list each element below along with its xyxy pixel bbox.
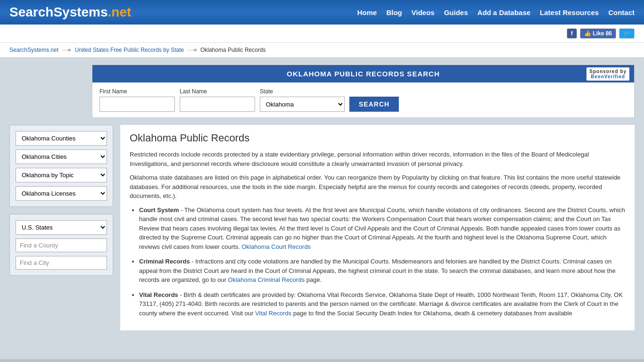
main-nav: Home Blog Videos Guides Add a Database L… <box>357 8 635 16</box>
search-header: OKLAHOMA PUBLIC RECORDS SEARCH Sponsored… <box>92 65 634 82</box>
oklahoma-criminal-records-link[interactable]: Oklahoma Criminal Records <box>228 276 305 283</box>
last-name-input[interactable] <box>180 97 255 112</box>
oklahoma-cities-select[interactable]: Oklahoma Cities Oklahoma City Tulsa Norm… <box>16 149 107 164</box>
page-title: Oklahoma Public Records <box>130 132 625 144</box>
breadcrumb-states[interactable]: United States Free Public Records by Sta… <box>75 47 184 53</box>
facebook-button[interactable]: f <box>567 28 577 39</box>
breadcrumb-sep2: ···➔ <box>188 47 198 53</box>
vital-records-text-after: page to find the Social Security Death I… <box>293 310 572 317</box>
social-bar: f 👍 Like 86 🐦 <box>0 25 644 43</box>
first-name-group: First Name <box>99 88 175 112</box>
intro-paragraph-2: Oklahoma state databases are listed on t… <box>130 173 625 201</box>
state-select[interactable]: Oklahoma Alabama Alaska <box>260 97 345 112</box>
main-wrapper: OKLAHOMA PUBLIC RECORDS SEARCH Sponsored… <box>0 58 644 359</box>
nav-contact[interactable]: Contact <box>608 8 635 16</box>
state-group: State Oklahoma Alabama Alaska <box>260 88 345 112</box>
intro-paragraph-1: Restricted records include records prote… <box>130 150 625 168</box>
logo[interactable]: SearchSystems.net <box>9 5 131 20</box>
sponsored-brand: BeenVerified <box>589 74 627 79</box>
oklahoma-counties-select[interactable]: Oklahoma Counties Adair Alfalfa Atoka <box>16 131 107 146</box>
us-states-select[interactable]: U.S. States Alabama Alaska Arizona <box>16 220 107 235</box>
records-list: Court System - The Oklahoma court system… <box>139 206 625 318</box>
last-name-label: Last Name <box>180 88 255 95</box>
nav-add-database[interactable]: Add a Database <box>478 8 531 16</box>
sidebar-us-section: U.S. States Alabama Alaska Arizona <box>9 214 113 276</box>
criminal-records-text-after: page. <box>306 276 322 283</box>
logo-text: SearchSystems <box>9 5 108 19</box>
breadcrumb-current: Oklahoma Public Records <box>200 47 266 53</box>
breadcrumb-home[interactable]: SearchSystems.net <box>9 47 58 53</box>
sidebar: Oklahoma Counties Adair Alfalfa Atoka Ok… <box>9 125 113 330</box>
oklahoma-court-records-link[interactable]: Oklahoma Court Records <box>241 243 311 250</box>
criminal-records-text: - Infractions and city code violations a… <box>139 258 616 283</box>
state-label: State <box>260 88 345 95</box>
sponsored-label: Sponsored by <box>589 69 627 74</box>
first-name-label: First Name <box>99 88 175 95</box>
nav-videos[interactable]: Videos <box>412 8 435 16</box>
oklahoma-licenses-select[interactable]: Oklahoma Licenses Business Licenses Prof… <box>16 186 107 201</box>
logo-tld: .net <box>108 5 132 19</box>
nav-blog[interactable]: Blog <box>386 8 402 16</box>
search-form: First Name Last Name State Oklahoma Alab… <box>92 82 634 117</box>
find-city-input[interactable] <box>16 256 107 270</box>
criminal-records-label: Criminal Records <box>139 258 190 265</box>
main-content: Oklahoma Public Records Restricted recor… <box>120 125 635 330</box>
vital-records-label: Vital Records <box>139 291 178 298</box>
court-system-text: - The Oklahoma court system has four lev… <box>139 206 625 250</box>
last-name-group: Last Name <box>180 88 255 112</box>
twitter-button[interactable]: 🐦 <box>619 28 635 39</box>
list-item-court-system: Court System - The Oklahoma court system… <box>139 206 625 252</box>
court-system-label: Court System <box>139 206 179 214</box>
two-column-layout: Oklahoma Counties Adair Alfalfa Atoka Ok… <box>9 125 635 330</box>
nav-home[interactable]: Home <box>357 8 377 16</box>
list-item-criminal-records: Criminal Records - Infractions and city … <box>139 257 625 285</box>
breadcrumb-sep1: ···➔ <box>62 47 73 53</box>
oklahoma-by-topic-select[interactable]: Oklahoma by Topic Court Records Property… <box>16 168 107 182</box>
search-title: OKLAHOMA PUBLIC RECORDS SEARCH <box>287 70 439 78</box>
nav-guides[interactable]: Guides <box>444 8 468 16</box>
find-county-input[interactable] <box>16 239 107 252</box>
search-button[interactable]: SEARCH <box>349 97 399 112</box>
breadcrumb: SearchSystems.net ···➔ United States Fre… <box>0 43 644 58</box>
like-button[interactable]: 👍 Like 86 <box>580 28 616 39</box>
sponsored-badge: Sponsored by BeenVerified <box>586 67 629 81</box>
list-item-vital-records: Vital Records - Birth & death certificat… <box>139 290 625 318</box>
search-box: OKLAHOMA PUBLIC RECORDS SEARCH Sponsored… <box>92 65 635 118</box>
first-name-input[interactable] <box>99 97 175 112</box>
nav-latest-resources[interactable]: Latest Resources <box>540 8 599 16</box>
vital-records-link[interactable]: Vital Records <box>255 310 291 317</box>
sidebar-ok-section: Oklahoma Counties Adair Alfalfa Atoka Ok… <box>9 125 113 207</box>
page-body: OKLAHOMA PUBLIC RECORDS SEARCH Sponsored… <box>9 65 635 352</box>
header: SearchSystems.net Home Blog Videos Guide… <box>0 0 644 25</box>
